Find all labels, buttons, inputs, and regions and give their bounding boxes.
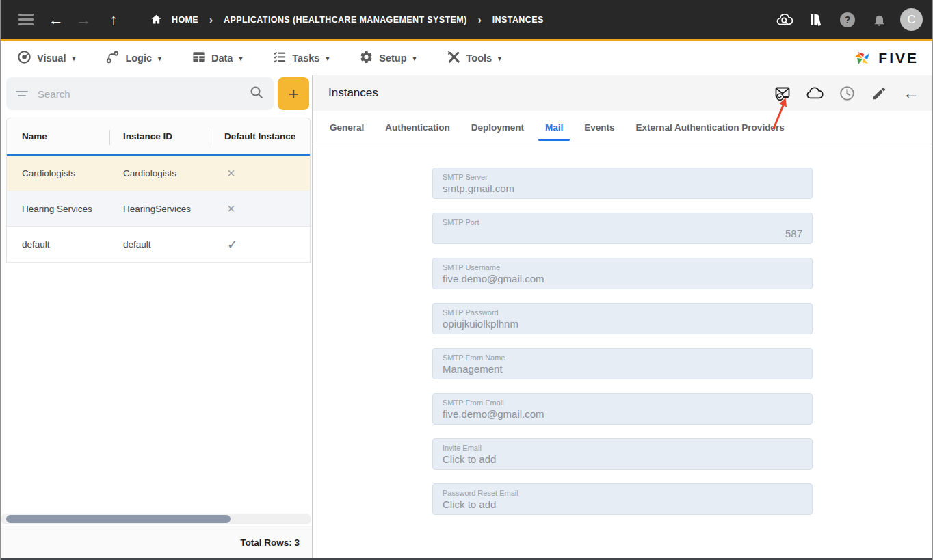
menu-logic[interactable]: Logic ▼ [105,50,163,66]
five-logo: FIVE [853,48,919,68]
menu-tasks[interactable]: Tasks ▼ [272,50,330,66]
detail-tabs: General Authentication Deployment Mail E… [313,111,932,144]
field-label: Password Reset Email [443,488,802,498]
tab-external-auth-providers[interactable]: External Authentication Providers [636,111,785,144]
table-row[interactable]: Cardiologists Cardiologists × [7,156,310,191]
smtp-server-field[interactable]: SMTP Server smtp.gmail.com [432,168,813,199]
logic-flow-icon [105,50,120,66]
row-instance-id: Cardiologists [109,168,211,178]
menu-tools-label: Tools [466,53,492,64]
cloud-icon[interactable] [806,84,824,102]
column-header-instance-id[interactable]: Instance ID [109,131,211,142]
smtp-port-field[interactable]: SMTP Port 587 [432,213,813,244]
tasks-checklist-icon [272,50,287,66]
scrollbar-thumb[interactable] [6,515,231,523]
help-icon[interactable]: ? [837,10,858,30]
row-name: Hearing Services [7,204,109,214]
column-header-default-instance[interactable]: Default Instance [211,131,310,142]
search-box[interactable] [6,77,274,110]
menu-data[interactable]: Data ▼ [192,50,244,66]
menu-logic-label: Logic [125,53,152,64]
library-books-icon[interactable] [806,10,826,30]
column-header-name[interactable]: Name [7,131,109,142]
edit-pencil-icon[interactable] [870,84,888,102]
field-label: SMTP Server [443,172,802,182]
notifications-bell-icon[interactable] [869,10,889,30]
instance-detail-panel: Instances [313,75,932,558]
data-table-icon [192,50,206,66]
chevron-down-icon: ▼ [412,55,418,62]
top-navigation-bar: ← → ↑ HOME › APPLICATIONS (HEALTHCARE MA… [1,0,932,41]
field-value: Management [443,362,802,375]
application-window: ← → ↑ HOME › APPLICATIONS (HEALTHCARE MA… [0,0,933,560]
field-label: SMTP Password [443,308,802,317]
cloud-search-icon[interactable] [774,10,795,30]
field-label: SMTP From Email [443,398,802,408]
breadcrumb-applications[interactable]: APPLICATIONS (HEALTHCARE MANAGEMENT SYST… [224,15,467,25]
visual-eye-icon [17,50,31,66]
menu-data-label: Data [211,53,233,64]
close-icon: × [224,201,235,216]
add-instance-button[interactable]: + [278,77,309,110]
row-instance-id: HearingServices [109,204,211,214]
list-footer: Total Rows: 3 [1,526,312,558]
field-value: Click to add [443,453,802,466]
search-input[interactable] [38,88,249,100]
breadcrumb: HOME › APPLICATIONS (HEALTHCARE MANAGEME… [148,10,544,30]
history-clock-icon[interactable] [838,84,856,102]
search-icon[interactable] [249,85,264,103]
row-instance-id: default [109,239,211,250]
tab-deployment[interactable]: Deployment [471,111,524,144]
tab-general[interactable]: General [330,111,364,144]
forward-arrow-icon[interactable]: → [73,10,94,30]
tools-icon [447,50,461,66]
instances-table: Name Instance ID Default Instance Cardio… [6,118,311,263]
smtp-password-field[interactable]: SMTP Password opiujkuiolkplhnm [432,303,813,334]
smtp-from-email-field[interactable]: SMTP From Email five.demo@gmail.com [432,393,813,425]
breadcrumb-home[interactable]: HOME [172,15,198,25]
setup-gear-icon [359,50,373,66]
chevron-down-icon: ▼ [497,55,503,62]
breadcrumb-chevron-icon: › [205,14,217,25]
up-arrow-icon[interactable]: ↑ [103,10,124,30]
password-reset-email-field[interactable]: Password Reset Email Click to add [432,483,813,515]
chevron-down-icon: ▼ [157,55,163,62]
menu-bar: Visual ▼ Logic ▼ [1,41,932,75]
table-header-row: Name Instance ID Default Instance [7,118,310,154]
field-value: 587 [443,227,802,240]
send-test-mail-icon[interactable] [774,84,791,102]
invite-email-field[interactable]: Invite Email Click to add [432,438,813,470]
menu-visual[interactable]: Visual ▼ [17,50,77,66]
back-arrow-icon[interactable]: ← [46,10,66,30]
close-icon: × [224,165,235,181]
field-value: smtp.gmail.com [443,182,802,195]
menu-tools[interactable]: Tools ▼ [447,50,503,66]
table-row[interactable]: Hearing Services HearingServices × [7,191,310,227]
breadcrumb-instances[interactable]: INSTANCES [492,15,544,25]
total-rows-label: Total Rows: 3 [240,537,300,548]
field-label: Invite Email [443,443,802,453]
menu-setup-label: Setup [379,53,406,64]
field-value: Click to add [443,498,802,511]
tab-mail[interactable]: Mail [545,111,563,144]
horizontal-scrollbar[interactable] [1,514,311,524]
field-value: five.demo@gmail.com [443,272,802,285]
tab-authentication[interactable]: Authentication [385,111,450,144]
collapse-panel-arrow-icon[interactable]: ← [902,84,920,102]
home-icon[interactable] [148,10,163,30]
tab-events[interactable]: Events [584,111,614,144]
check-icon: ✓ [224,237,238,252]
menu-visual-label: Visual [37,53,66,64]
menu-tasks-label: Tasks [292,53,319,64]
table-row[interactable]: default default ✓ [7,227,310,263]
hamburger-menu-icon[interactable] [16,10,36,30]
chevron-down-icon: ▼ [324,55,330,62]
smtp-from-name-field[interactable]: SMTP From Name Management [432,348,813,379]
smtp-username-field[interactable]: SMTP Username five.demo@gmail.com [432,258,813,289]
breadcrumb-chevron-icon: › [474,14,486,25]
field-label: SMTP From Name [443,353,802,362]
menu-setup[interactable]: Setup ▼ [359,50,417,66]
user-avatar[interactable]: C [900,8,923,31]
filter-icon[interactable] [16,91,28,96]
field-label: SMTP Port [443,217,802,227]
